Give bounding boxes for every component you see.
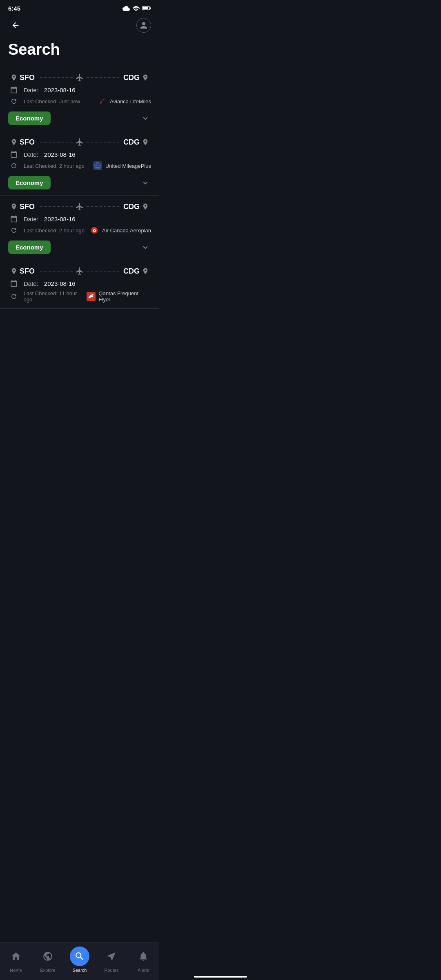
cabin-row-2: Economy	[0, 241, 159, 260]
date-value-0: 2023-08-16	[44, 87, 76, 94]
expand-icon-2[interactable]	[140, 242, 151, 253]
airline-name-1: United MileagePlus	[105, 163, 151, 169]
dashed-line-left-1	[40, 142, 73, 143]
last-checked-text-0: Last Checked: Just now	[24, 98, 80, 105]
dashed-line-left-0	[40, 77, 73, 78]
dest-location-icon-1	[140, 138, 151, 146]
airline-info-3: Qantas Frequent Flyer	[87, 290, 151, 303]
route-row-0: SFO CDG	[8, 73, 151, 82]
back-button[interactable]	[8, 18, 23, 33]
dest-location-icon-0	[140, 74, 151, 81]
date-row-3: Date: 2023-08-16	[8, 280, 151, 287]
origin-code-0: SFO	[20, 74, 38, 82]
expand-icon-0[interactable]	[140, 113, 151, 124]
airline-name-2: Air Canada Aeroplan	[102, 227, 151, 234]
dest-location-icon-3	[140, 267, 151, 275]
last-checked-text-3: Last Checked: 11 hour ago	[24, 290, 87, 303]
origin-location-icon-1	[8, 138, 20, 146]
refresh-icon-0	[8, 98, 20, 105]
date-row-0: Date: 2023-08-16	[8, 86, 151, 94]
airline-name-3: Qantas Frequent Flyer	[99, 290, 151, 303]
date-row-1: Date: 2023-08-16	[8, 151, 151, 158]
svg-rect-1	[143, 7, 148, 9]
cabin-badge-2: Economy	[8, 241, 51, 254]
search-card-1[interactable]: SFO CDG	[0, 131, 159, 196]
origin-code-3: SFO	[20, 267, 38, 276]
calendar-icon-2	[8, 215, 20, 223]
airline-logo-0	[98, 97, 107, 106]
status-icons	[122, 5, 151, 11]
profile-button[interactable]	[136, 18, 151, 33]
dashed-line-right-0	[87, 77, 119, 78]
status-time: 6:45	[8, 5, 20, 12]
airline-info-2: ✿ Air Canada Aeroplan	[90, 226, 151, 235]
cloud-icon	[122, 5, 130, 11]
origin-code-1: SFO	[20, 138, 38, 147]
airline-info-0: Avianca LifeMiles	[98, 97, 151, 106]
search-card-2[interactable]: SFO CDG	[0, 196, 159, 260]
calendar-icon-0	[8, 86, 20, 94]
cabin-row-0: Economy	[0, 111, 159, 131]
origin-location-icon-2	[8, 203, 20, 210]
date-label-2: Date:	[24, 216, 38, 223]
airline-logo-3	[87, 292, 96, 301]
date-row-2: Date: 2023-08-16	[8, 215, 151, 223]
expand-icon-1[interactable]	[140, 177, 151, 189]
calendar-icon-1	[8, 151, 20, 158]
airline-name-0: Avianca LifeMiles	[110, 98, 151, 105]
cabin-badge-1: Economy	[8, 176, 51, 189]
date-value-1: 2023-08-16	[44, 151, 76, 158]
route-row-3: SFO CDG	[8, 267, 151, 276]
origin-location-icon-0	[8, 74, 20, 81]
header	[0, 15, 159, 34]
date-label-0: Date:	[24, 87, 38, 94]
dashed-line-left-2	[40, 206, 73, 207]
wifi-icon	[132, 5, 140, 11]
route-row-1: SFO CDG	[8, 138, 151, 147]
search-cards-list: SFO CDG	[0, 67, 159, 309]
status-bar: 6:45	[0, 0, 159, 15]
refresh-icon-3	[8, 293, 20, 300]
dest-location-icon-2	[140, 203, 151, 210]
calendar-icon-3	[8, 280, 20, 287]
last-checked-row-0: Last Checked: Just now Avianca LifeMiles	[8, 97, 151, 106]
date-value-2: 2023-08-16	[44, 216, 76, 223]
last-checked-row-2: Last Checked: 2 hour ago ✿ Air Canada Ae…	[8, 226, 151, 235]
plane-icon-2	[75, 202, 84, 211]
last-checked-text-2: Last Checked: 2 hour ago	[24, 227, 85, 234]
airline-logo-1	[93, 161, 102, 170]
page-title: Search	[0, 34, 159, 67]
cabin-row-1: Economy	[0, 176, 159, 195]
cabin-badge-0: Economy	[8, 111, 51, 125]
plane-icon-1	[75, 138, 84, 147]
refresh-icon-1	[8, 162, 20, 169]
airline-info-1: United MileagePlus	[93, 161, 151, 170]
dashed-line-right-1	[87, 142, 119, 143]
date-label-3: Date:	[24, 280, 38, 287]
refresh-icon-2	[8, 227, 20, 234]
dest-code-0: CDG	[122, 74, 140, 82]
search-card-0[interactable]: SFO CDG	[0, 67, 159, 131]
last-checked-row-1: Last Checked: 2 hour ago United Mileag	[8, 161, 151, 170]
dashed-line-left-3	[40, 271, 73, 272]
svg-rect-2	[150, 7, 151, 9]
dashed-line-right-3	[87, 271, 119, 272]
origin-location-icon-3	[8, 267, 20, 275]
svg-text:✿: ✿	[93, 228, 96, 233]
route-row-2: SFO CDG	[8, 202, 151, 211]
date-label-1: Date:	[24, 151, 38, 158]
dest-code-1: CDG	[122, 138, 140, 147]
plane-icon-3	[75, 267, 84, 276]
airline-logo-2: ✿	[90, 226, 99, 235]
plane-icon-0	[75, 73, 84, 82]
origin-code-2: SFO	[20, 203, 38, 211]
dest-code-2: CDG	[122, 203, 140, 211]
date-value-3: 2023-08-16	[44, 280, 76, 287]
dest-code-3: CDG	[122, 267, 140, 276]
dashed-line-right-2	[87, 206, 119, 207]
battery-icon	[142, 6, 151, 11]
search-card-3[interactable]: SFO CDG	[0, 260, 159, 309]
last-checked-text-1: Last Checked: 2 hour ago	[24, 163, 85, 169]
last-checked-row-3: Last Checked: 11 hour ago Qantas Frequen…	[8, 290, 151, 303]
